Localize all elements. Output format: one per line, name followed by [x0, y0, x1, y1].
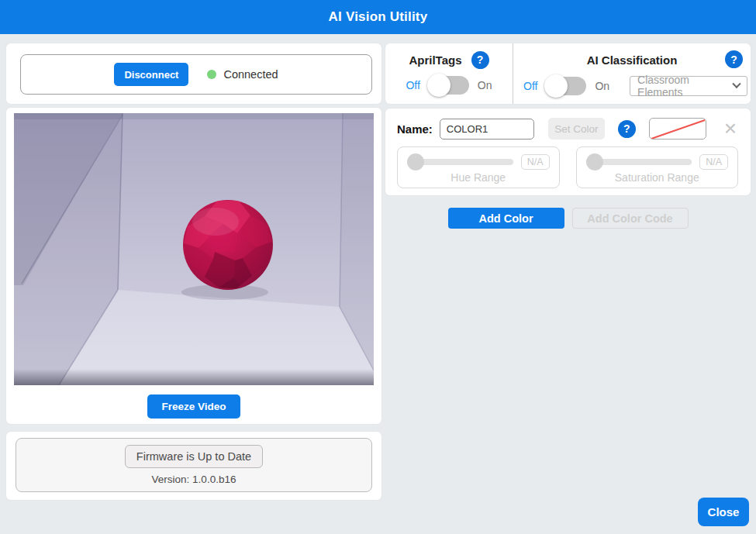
ai-classification-on-label: On — [595, 80, 609, 92]
hue-range-label: Hue Range — [407, 171, 550, 184]
ai-classification-off-label: Off — [523, 80, 537, 92]
ai-classification-toggle[interactable] — [546, 77, 586, 95]
toggle-knob — [544, 74, 568, 98]
slider-knob[interactable] — [586, 153, 603, 171]
color-help-icon[interactable]: ? — [618, 120, 636, 138]
disconnect-button[interactable]: Disconnect — [114, 63, 188, 86]
dataset-select[interactable]: Classroom Elements — [630, 76, 747, 96]
apriltags-section: AprilTags ? Off On — [385, 43, 513, 104]
hue-range-slider[interactable] — [407, 153, 513, 171]
camera-panel: Freeze Video — [6, 108, 381, 424]
camera-video-frame — [14, 113, 374, 385]
remove-color-icon[interactable]: × — [724, 121, 737, 136]
color-signature-panel: Name: Set Color ? × N/A Hue Range — [385, 109, 751, 195]
firmware-status-box: Firmware is Up to Date Version: 1.0.0.b1… — [16, 438, 372, 492]
color-name-label: Name: — [397, 122, 433, 136]
toggle-knob — [427, 74, 450, 97]
dataset-selected-value: Classroom Elements — [637, 74, 734, 98]
no-color-diagonal-icon — [650, 119, 706, 140]
set-color-button[interactable]: Set Color — [548, 118, 605, 140]
connection-panel: Disconnect Connected — [6, 43, 381, 104]
color-name-input[interactable] — [440, 119, 534, 140]
hue-range-box: N/A Hue Range — [397, 146, 560, 188]
connection-status-label: Connected — [223, 68, 278, 81]
apriltags-help-icon[interactable]: ? — [471, 51, 489, 69]
firmware-status-button[interactable]: Firmware is Up to Date — [125, 445, 263, 468]
saturation-range-box: N/A Saturation Range — [576, 146, 739, 188]
saturation-range-value: N/A — [699, 154, 728, 170]
apriltags-toggle[interactable] — [429, 76, 469, 95]
ai-classification-help-icon[interactable]: ? — [725, 50, 743, 68]
color-swatch — [649, 118, 706, 140]
color-actions-row: Add Color Add Color Code — [385, 208, 751, 229]
title-bar: AI Vision Utility — [0, 0, 756, 34]
connection-status: Connected — [207, 68, 278, 81]
firmware-version-label: Version: 1.0.0.b16 — [152, 474, 236, 485]
video-feed-image — [14, 113, 374, 385]
firmware-panel: Firmware is Up to Date Version: 1.0.0.b1… — [6, 432, 381, 500]
page-title: AI Vision Utility — [329, 9, 428, 25]
saturation-range-slider[interactable] — [586, 153, 692, 171]
freeze-video-button[interactable]: Freeze Video — [147, 394, 240, 419]
add-color-button[interactable]: Add Color — [448, 208, 564, 229]
saturation-range-label: Saturation Range — [586, 171, 729, 184]
connected-indicator-icon — [207, 70, 216, 79]
hue-range-value: N/A — [521, 154, 550, 170]
apriltags-title: AprilTags — [409, 53, 461, 67]
red-ball — [183, 200, 273, 290]
color-name-row: Name: Set Color ? × — [397, 117, 739, 140]
color-sliders-row: N/A Hue Range N/A Saturation Range — [397, 146, 738, 188]
slider-knob[interactable] — [407, 153, 424, 171]
detection-modes-panel: AprilTags ? Off On AI Classification ? O… — [385, 43, 751, 104]
connection-status-box: Disconnect Connected — [20, 54, 372, 95]
ai-classification-title: AI Classification — [587, 53, 678, 67]
apriltags-on-label: On — [478, 79, 492, 91]
add-color-code-button[interactable]: Add Color Code — [572, 208, 689, 229]
ai-classification-section: AI Classification ? Off On Classroom Ele… — [513, 43, 751, 104]
close-button[interactable]: Close — [698, 498, 749, 526]
apriltags-off-label: Off — [406, 79, 419, 91]
